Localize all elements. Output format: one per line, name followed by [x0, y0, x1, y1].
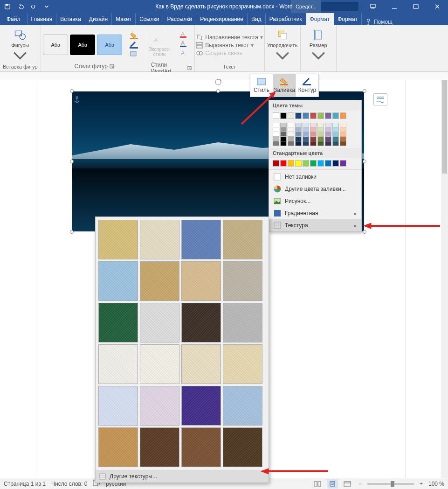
color-swatch[interactable] [288, 141, 294, 146]
color-swatch[interactable] [340, 132, 346, 137]
texture-swatch[interactable] [181, 344, 221, 384]
texture-swatch[interactable] [140, 303, 179, 342]
text-direction-btn[interactable]: Направление текста▾ [196, 34, 263, 41]
color-swatch[interactable] [303, 160, 309, 167]
color-swatch[interactable] [295, 141, 302, 146]
zoom-in-btn[interactable]: + [418, 481, 425, 487]
tab-format-picture[interactable]: Формат [334, 13, 362, 25]
texture-swatch[interactable] [223, 427, 262, 467]
shape-outline-btn[interactable] [127, 41, 145, 49]
color-swatch[interactable] [310, 137, 317, 141]
resize-handle-mr[interactable] [363, 160, 366, 163]
maximize-button[interactable] [405, 0, 427, 13]
shape-effects-btn[interactable] [127, 50, 145, 58]
color-swatch[interactable] [332, 160, 339, 167]
color-swatch[interactable] [295, 160, 302, 167]
texture-swatch[interactable] [223, 220, 262, 259]
color-swatch[interactable] [310, 112, 317, 119]
more-textures-item[interactable]: Другие текстуры... [96, 470, 269, 482]
color-swatch[interactable] [288, 132, 294, 137]
horizontal-ruler[interactable] [0, 72, 448, 80]
color-swatch[interactable] [295, 137, 302, 141]
tab-mailings[interactable]: Рассылки [163, 13, 196, 25]
color-swatch[interactable] [295, 112, 302, 119]
texture-swatch[interactable] [181, 261, 221, 301]
color-swatch[interactable] [332, 112, 339, 119]
tab-file[interactable]: Файл [0, 13, 28, 25]
text-fill-btn[interactable]: A [177, 30, 196, 39]
color-swatch[interactable] [273, 141, 279, 146]
texture-swatch[interactable] [98, 220, 138, 259]
resize-handle-bl[interactable] [70, 230, 74, 234]
qat-customize[interactable] [40, 0, 53, 13]
texture-swatch[interactable] [181, 427, 221, 467]
texture-swatch[interactable] [98, 344, 138, 384]
texture-swatch[interactable] [98, 427, 138, 467]
color-swatch[interactable] [317, 123, 324, 127]
color-swatch[interactable] [295, 127, 302, 132]
minimize-button[interactable] [384, 0, 405, 13]
color-swatch[interactable] [288, 160, 294, 167]
color-swatch[interactable] [280, 160, 287, 167]
scrollbar-thumb[interactable] [442, 80, 447, 174]
color-swatch[interactable] [288, 127, 294, 132]
color-swatch[interactable] [280, 141, 287, 146]
color-swatch[interactable] [317, 141, 324, 146]
texture-swatch[interactable] [98, 386, 138, 426]
color-swatch[interactable] [310, 127, 317, 132]
picture-fill-item[interactable]: Рисунок... [269, 195, 361, 207]
color-swatch[interactable] [317, 127, 324, 132]
shape-fill-btn[interactable] [127, 31, 145, 40]
color-swatch[interactable] [295, 132, 302, 137]
color-swatch[interactable] [325, 132, 331, 137]
color-swatch[interactable] [310, 160, 317, 167]
vertical-scrollbar[interactable] [441, 80, 448, 478]
texture-swatch[interactable] [223, 261, 262, 301]
tab-view[interactable]: Вид [248, 13, 266, 25]
view-read-mode[interactable] [312, 479, 323, 489]
shape-style-3[interactable]: Абв [97, 35, 122, 55]
texture-swatch[interactable] [98, 261, 138, 301]
color-swatch[interactable] [340, 123, 346, 127]
tab-developer[interactable]: Разработчик [266, 13, 306, 25]
color-swatch[interactable] [273, 160, 279, 167]
no-fill-item[interactable]: Нет заливки [269, 171, 361, 183]
color-swatch[interactable] [303, 123, 309, 127]
align-text-btn[interactable]: Выровнять текст▾ [196, 42, 263, 49]
texture-swatch[interactable] [223, 303, 262, 342]
tab-layout[interactable]: Макет [112, 13, 136, 25]
shape-style-1[interactable]: Абв [43, 35, 68, 55]
texture-swatch[interactable] [140, 344, 179, 384]
color-swatch[interactable] [325, 123, 331, 127]
save-button[interactable] [1, 0, 14, 13]
mini-outline-btn[interactable]: Контур [296, 74, 318, 97]
color-swatch[interactable] [317, 137, 324, 141]
color-swatch[interactable] [332, 123, 339, 127]
resize-handle-tl[interactable] [70, 89, 74, 93]
color-swatch[interactable] [288, 112, 294, 119]
color-swatch[interactable] [332, 141, 339, 146]
texture-swatch[interactable] [140, 427, 179, 467]
tab-references[interactable]: Ссылки [136, 13, 163, 25]
color-swatch[interactable] [325, 160, 331, 167]
view-web-layout[interactable] [342, 479, 353, 489]
color-swatch[interactable] [332, 127, 339, 132]
tell-me[interactable]: Помощ [362, 19, 396, 25]
resize-handle-tm[interactable] [216, 89, 220, 93]
color-swatch[interactable] [310, 132, 317, 137]
color-swatch[interactable] [303, 127, 309, 132]
tab-home[interactable]: Главная [28, 13, 57, 25]
shape-style-gallery[interactable]: Абв Абв Абв [43, 35, 122, 55]
color-swatch[interactable] [332, 132, 339, 137]
color-swatch[interactable] [340, 141, 346, 146]
zoom-out-btn[interactable]: − [357, 481, 364, 487]
status-page[interactable]: Страница 1 из 1 [4, 481, 46, 487]
texture-swatch[interactable] [181, 220, 221, 259]
color-swatch[interactable] [303, 137, 309, 141]
zoom-slider[interactable] [367, 483, 414, 485]
color-swatch[interactable] [340, 127, 346, 132]
resize-handle-tr[interactable] [363, 89, 366, 93]
wordart-quickstyles[interactable]: A Экспресс-стили [146, 27, 172, 61]
rotate-handle[interactable] [214, 78, 222, 86]
color-swatch[interactable] [340, 137, 346, 141]
